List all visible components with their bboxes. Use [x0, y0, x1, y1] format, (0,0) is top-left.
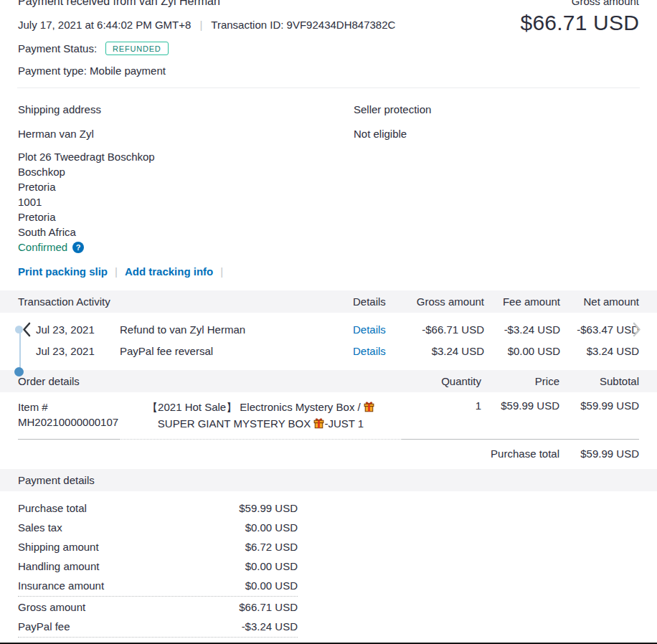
payment-detail-label: Gross amount [18, 601, 85, 613]
activity-gross: -$66.71 USD [387, 323, 484, 336]
payment-detail-value: $0.00 USD [245, 521, 298, 534]
payment-detail-value: $66.71 USD [239, 601, 298, 613]
payment-detail-value: $6.72 USD [245, 541, 298, 553]
list-item: Gross amount $66.71 USD [18, 597, 298, 617]
payment-detail-value: $59.99 USD [239, 502, 298, 514]
print-packing-slip-link[interactable]: Print packing slip [18, 265, 108, 278]
item-subtotal: $59.99 USD [559, 399, 639, 440]
payment-details-header: Payment details [0, 469, 657, 491]
payment-type: Payment type: Mobile payment [18, 65, 639, 77]
shipping-heading: Shipping address [18, 103, 354, 115]
table-row: Jul 23, 2021 PayPal fee reversal Details… [18, 340, 639, 361]
payment-details-title: Payment details [18, 474, 95, 486]
divider [17, 87, 640, 88]
gross-amount-value: $66.71 USD [521, 11, 639, 35]
list-item: Insurance amount $0.00 USD [18, 576, 298, 595]
payment-detail-value: $0.00 USD [245, 579, 298, 592]
column-header-gross: Gross amount [387, 295, 484, 308]
transaction-date: July 17, 2021 at 6:44:02 PM GMT+8 [18, 19, 191, 31]
details-link[interactable]: Details [353, 323, 386, 336]
seller-protection-column: Seller protection Not eligible [354, 103, 639, 278]
order-item-row: Item # MH20210000000107 【2021 Hot Sale】 … [18, 399, 639, 440]
activity-date: Jul 23, 2021 [36, 323, 120, 336]
chevron-left-icon[interactable] [22, 322, 31, 340]
activity-fee: -$3.24 USD [484, 323, 560, 336]
seller-protection-heading: Seller protection [354, 103, 639, 115]
payment-detail-label: PayPal fee [18, 620, 70, 633]
action-links: Print packing slip|Add tracking info| [18, 265, 354, 278]
list-item: Net amount $63.47 USD [18, 638, 298, 644]
address-line: Boschkop [18, 164, 354, 179]
column-header-details: Details [353, 295, 387, 308]
transaction-detail-page: Payment received from van Zyl Herman Gro… [0, 0, 657, 644]
payment-detail-value: $0.00 USD [245, 560, 298, 572]
chevron-right-icon[interactable] [633, 322, 642, 340]
table-row: Jul 23, 2021 Refund to van Zyl Herman De… [18, 318, 639, 340]
item-name-text: SUPER GIANT MYSTERY BOX [158, 417, 314, 430]
item-quantity: 1 [402, 399, 481, 440]
list-item: Handling amount $0.00 USD [18, 557, 298, 576]
activity-date: Jul 23, 2021 [36, 345, 120, 357]
payment-detail-label: Shipping amount [18, 541, 99, 553]
item-number-value: MH20210000000107 [18, 415, 120, 430]
separator: | [199, 19, 202, 31]
transaction-id: Transaction ID: 9VF92434DH847382C [211, 19, 395, 31]
item-name: 【2021 Hot Sale】 Electronics Mystery Box … [120, 399, 402, 440]
payment-status-row: Payment Status: REFUNDED [18, 42, 639, 55]
order-details-title: Order details [18, 375, 402, 387]
add-tracking-info-link[interactable]: Add tracking info [125, 265, 213, 278]
transaction-meta: July 17, 2021 at 6:44:02 PM GMT+8|Transa… [18, 19, 395, 31]
purchase-total-label: Purchase total [18, 448, 559, 460]
item-number: Item # MH20210000000107 [18, 399, 120, 440]
activity-net: -$63.47 USD [560, 323, 639, 336]
activity-net: $3.24 USD [560, 345, 639, 357]
activity-fee: $0.00 USD [484, 345, 560, 357]
divider [18, 596, 298, 597]
separator: | [115, 265, 118, 278]
transaction-activity-header: Transaction Activity Details Gross amoun… [0, 290, 657, 313]
list-item: Shipping amount $6.72 USD [18, 537, 298, 557]
timeline-connector [19, 330, 21, 372]
column-header-price: Price [481, 375, 559, 387]
header-top: Payment received from van Zyl Herman Gro… [18, 0, 639, 9]
shipping-address: Plot 26 Tweedragt Boschkop Boschkop Pret… [18, 149, 354, 240]
shipping-column: Shipping address Herman van Zyl Plot 26 … [18, 103, 354, 278]
confirmed-status: Confirmed [18, 241, 67, 253]
activity-description: Refund to van Zyl Herman [120, 323, 353, 336]
address-line: Pretoria [18, 209, 354, 224]
address-section: Shipping address Herman van Zyl Plot 26 … [18, 103, 639, 278]
column-header-fee: Fee amount [484, 295, 560, 308]
column-header-net: Net amount [560, 295, 639, 308]
item-price: $59.99 USD [481, 399, 559, 440]
address-line: South Africa [18, 224, 354, 240]
activity-gross: $3.24 USD [387, 345, 484, 357]
payment-detail-label: Purchase total [18, 502, 87, 514]
item-name-text: 【2021 Hot Sale】 Electronics Mystery Box … [147, 401, 364, 413]
recipient-name: Herman van Zyl [18, 128, 354, 140]
list-item: Sales tax $0.00 USD [18, 518, 298, 537]
page-title: Payment received from van Zyl Herman [18, 0, 220, 9]
separator: | [220, 265, 223, 278]
help-icon[interactable]: ? [72, 242, 84, 253]
payment-details-rows: Purchase total $59.99 USD Sales tax $0.0… [18, 498, 298, 644]
address-line: Pretoria [18, 179, 354, 194]
gift-icon [313, 417, 324, 432]
details-link[interactable]: Details [353, 345, 386, 357]
header-main: July 17, 2021 at 6:44:02 PM GMT+8|Transa… [18, 12, 639, 35]
item-number-label: Item # [18, 399, 120, 415]
activity-description: PayPal fee reversal [120, 345, 353, 357]
status-badge: REFUNDED [105, 42, 169, 55]
purchase-total-row: Purchase total $59.99 USD [18, 445, 639, 462]
gift-icon [364, 401, 374, 416]
payment-detail-label: Insurance amount [18, 579, 104, 592]
seller-protection-status: Not eligible [354, 128, 639, 140]
payment-detail-value: -$3.24 USD [242, 620, 298, 633]
timeline-dot [14, 367, 24, 377]
payment-detail-label: Handling amount [18, 560, 99, 572]
list-item: PayPal fee -$3.24 USD [18, 617, 298, 636]
list-item: Purchase total $59.99 USD [18, 498, 298, 518]
address-line: Plot 26 Tweedragt Boschkop [18, 149, 354, 164]
transaction-activity-title: Transaction Activity [18, 295, 353, 308]
item-name-text: -JUST 1 [324, 417, 364, 430]
payment-detail-label: Sales tax [18, 521, 62, 534]
